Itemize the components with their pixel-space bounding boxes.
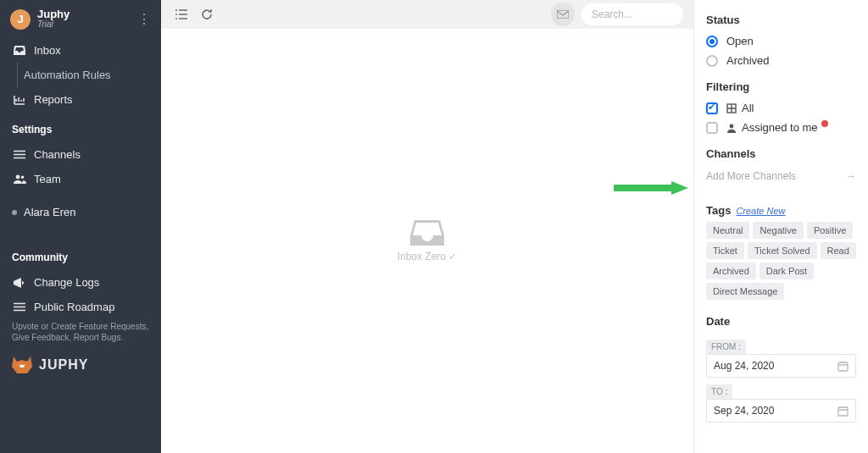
sidebar-roadmap-hint: Upvote or Create Feature Requests, Give … xyxy=(0,319,161,350)
status-open-label: Open xyxy=(726,35,754,47)
date-to-value: Sep 24, 2020 xyxy=(714,405,774,417)
sidebar-label-automation: Automation Rules xyxy=(24,69,111,81)
roadmap-icon xyxy=(12,302,27,312)
date-title: Date xyxy=(706,315,856,328)
megaphone-icon xyxy=(12,278,27,288)
filter-assigned-label: Assigned to me xyxy=(742,121,818,134)
date-from-label: FROM : xyxy=(706,340,746,354)
arrow-right-icon: → xyxy=(846,170,856,182)
workspace-header[interactable]: J Juphy Trial ⋮ xyxy=(0,0,161,38)
channels-title: Channels xyxy=(706,147,856,160)
grid-icon xyxy=(726,103,737,113)
svg-point-4 xyxy=(730,124,734,128)
date-from-value: Aug 24, 2020 xyxy=(714,360,774,372)
sidebar-label-inbox: Inbox xyxy=(34,44,61,57)
add-more-channels[interactable]: Add More Channels → xyxy=(706,165,856,187)
person-icon xyxy=(726,123,737,133)
topbar xyxy=(161,0,693,29)
workspace-menu-icon[interactable]: ⋮ xyxy=(137,11,151,27)
tag-item[interactable]: Positive xyxy=(807,222,854,239)
team-icon xyxy=(12,174,27,184)
svg-rect-5 xyxy=(838,362,848,371)
svg-rect-2 xyxy=(557,10,569,19)
sidebar-section-community: Community xyxy=(0,240,161,270)
status-open[interactable]: Open xyxy=(706,31,856,51)
date-to-input[interactable]: Sep 24, 2020 xyxy=(706,399,856,423)
inbox-zero-icon xyxy=(410,220,444,246)
radio-icon xyxy=(706,55,718,67)
svg-point-1 xyxy=(20,175,24,179)
workspace-plan: Trial xyxy=(37,19,70,30)
notification-dot xyxy=(821,120,828,127)
reports-icon xyxy=(12,95,27,105)
sidebar-label-reports: Reports xyxy=(34,93,73,106)
channels-icon xyxy=(12,150,27,159)
brand-logo-text: JUPHY xyxy=(39,357,88,373)
tags-title: Tags xyxy=(706,204,731,217)
add-channels-label: Add More Channels xyxy=(706,170,796,182)
tag-item[interactable]: Archived xyxy=(706,262,756,279)
sidebar-user[interactable]: Alara Eren xyxy=(0,200,161,224)
svg-point-0 xyxy=(15,175,19,180)
filter-panel: Status Open Archived Filtering All Assig… xyxy=(694,0,868,453)
sidebar-item-inbox[interactable]: Inbox xyxy=(0,38,161,63)
svg-rect-6 xyxy=(838,407,848,416)
filter-assigned-to-me[interactable]: Assigned to me xyxy=(706,118,856,137)
status-archived-label: Archived xyxy=(726,54,770,67)
calendar-icon xyxy=(837,361,849,372)
sidebar-label-roadmap: Public Roadmap xyxy=(34,301,114,313)
workspace-name: Juphy xyxy=(37,8,70,19)
annotation-arrow xyxy=(614,181,688,195)
tag-item[interactable]: Direct Message xyxy=(706,283,784,300)
check-icon: ✓ xyxy=(448,251,457,262)
filter-all-label: All xyxy=(742,102,754,114)
filter-all[interactable]: All xyxy=(706,98,856,118)
calendar-icon xyxy=(837,406,849,417)
tag-item[interactable]: Dark Post xyxy=(760,262,814,279)
search-input[interactable] xyxy=(581,3,683,25)
refresh-button[interactable] xyxy=(197,4,217,25)
sidebar-user-name: Alara Eren xyxy=(24,206,75,218)
main-area: Inbox Zero ✓ xyxy=(161,0,694,453)
sidebar-item-changelogs[interactable]: Change Logs xyxy=(0,270,161,295)
juphy-logo-icon xyxy=(12,356,32,373)
status-archived[interactable]: Archived xyxy=(706,51,856,70)
tag-item[interactable]: Neutral xyxy=(706,222,749,239)
inbox-empty-text: Inbox Zero xyxy=(398,251,446,262)
workspace-avatar: J xyxy=(10,9,31,30)
inbox-empty-state: Inbox Zero ✓ xyxy=(161,29,693,453)
sidebar-item-channels[interactable]: Channels xyxy=(0,142,161,167)
sidebar-label-changelogs: Change Logs xyxy=(34,276,99,289)
sidebar-item-team[interactable]: Team xyxy=(0,167,161,191)
radio-icon xyxy=(706,36,718,47)
filtering-title: Filtering xyxy=(706,80,856,93)
sidebar-label-channels: Channels xyxy=(34,148,81,161)
mail-button[interactable] xyxy=(551,3,575,26)
create-new-tag-link[interactable]: Create New xyxy=(736,206,785,216)
user-status-dot xyxy=(12,210,17,215)
status-title: Status xyxy=(706,14,856,26)
date-from-input[interactable]: Aug 24, 2020 xyxy=(706,354,856,378)
checkbox-icon xyxy=(706,102,718,114)
sidebar-item-roadmap[interactable]: Public Roadmap xyxy=(0,295,161,319)
list-view-button[interactable] xyxy=(171,4,192,25)
checkbox-icon xyxy=(706,122,718,134)
tag-item[interactable]: Negative xyxy=(753,222,803,239)
sidebar-item-automation-rules[interactable]: Automation Rules xyxy=(0,63,161,87)
sidebar: J Juphy Trial ⋮ Inbox Automation Rules R… xyxy=(0,0,161,453)
mail-icon xyxy=(557,10,569,19)
sidebar-section-settings: Settings xyxy=(0,112,161,142)
tag-item[interactable]: Ticket Solved xyxy=(748,242,817,259)
inbox-icon xyxy=(12,46,27,55)
date-to-label: TO : xyxy=(706,384,732,399)
tag-list: Neutral Negative Positive Ticket Ticket … xyxy=(706,222,856,300)
tag-item[interactable]: Ticket xyxy=(706,242,744,259)
sidebar-label-team: Team xyxy=(34,173,61,185)
sidebar-item-reports[interactable]: Reports xyxy=(0,87,161,112)
tag-item[interactable]: Read xyxy=(821,242,856,259)
brand-logo[interactable]: JUPHY xyxy=(0,350,161,384)
